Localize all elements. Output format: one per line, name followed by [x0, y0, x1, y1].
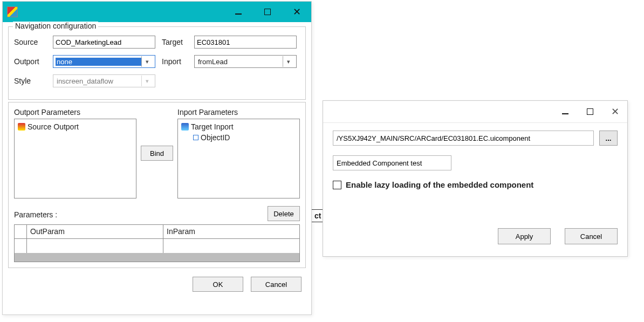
row-header	[15, 225, 27, 239]
style-label: Style	[14, 77, 53, 85]
outport-parameters-title: Outport Parameters	[14, 108, 136, 117]
component-description-input[interactable]	[333, 155, 451, 170]
column-header-inparam[interactable]: InParam	[163, 225, 299, 239]
table-cell[interactable]	[163, 239, 299, 253]
chevron-down-icon: ▾	[283, 56, 294, 67]
close-icon: ✕	[611, 107, 619, 117]
inport-combo[interactable]: fromLead ▾	[194, 55, 297, 68]
close-button[interactable]: ✕	[282, 2, 311, 22]
port-icon	[181, 123, 189, 131]
inport-parameters-title: Inport Parameters	[177, 108, 300, 117]
lazy-loading-checkbox-row[interactable]: Enable lazy loading of the embedded comp…	[333, 180, 618, 189]
maximize-button[interactable]	[253, 2, 282, 22]
close-button[interactable]: ✕	[602, 101, 627, 122]
chevron-down-icon: ▾	[141, 56, 153, 67]
lazy-loading-checkbox[interactable]	[333, 181, 341, 189]
source-input[interactable]	[53, 36, 155, 49]
maximize-button[interactable]	[578, 101, 602, 122]
inport-label: Inport	[162, 57, 194, 66]
navigation-config-dialog: ✕ Navigation configuration Source Target…	[2, 1, 312, 315]
list-item-label: Target Inport	[191, 121, 234, 132]
group-legend: Navigation configuration	[13, 22, 98, 30]
table-footer	[15, 253, 299, 262]
component-path-input[interactable]	[333, 131, 594, 146]
ok-button[interactable]: OK	[193, 277, 243, 292]
maximize-icon	[264, 9, 271, 15]
maximize-icon	[587, 108, 593, 115]
bind-button[interactable]: Bind	[141, 146, 173, 161]
embedded-component-dialog: ✕ ... Enable lazy loading of the embedde…	[323, 100, 628, 257]
chevron-down-icon: ▾	[141, 76, 153, 86]
close-icon: ✕	[293, 7, 301, 17]
style-combo: inscreen_dataflow ▾	[53, 74, 155, 87]
source-label: Source	[14, 38, 53, 46]
outport-parameters-list[interactable]: Source Outport	[14, 119, 136, 198]
target-input[interactable]	[194, 36, 297, 49]
apply-button[interactable]: Apply	[498, 228, 551, 244]
minimize-icon	[562, 113, 568, 114]
outport-value: none	[56, 58, 141, 66]
list-item-label: Source Outport	[28, 121, 79, 132]
style-value: inscreen_dataflow	[56, 77, 141, 85]
delete-button[interactable]: Delete	[268, 206, 300, 221]
row-header	[15, 239, 27, 253]
list-item[interactable]: Source Outport	[17, 121, 134, 132]
inport-parameters-panel: Inport Parameters Target Inport ObjectID	[177, 108, 300, 198]
browse-button[interactable]: ...	[599, 131, 618, 146]
minimize-button[interactable]	[553, 101, 578, 122]
target-label: Target	[162, 38, 194, 46]
inport-value: fromLead	[197, 58, 283, 66]
table-cell[interactable]	[27, 239, 163, 253]
list-item-label: ObjectID	[201, 132, 230, 143]
minimize-button[interactable]	[224, 2, 253, 22]
list-item[interactable]: ObjectID	[180, 132, 297, 143]
list-item[interactable]: Target Inport	[180, 121, 297, 132]
cancel-button[interactable]: Cancel	[565, 228, 618, 244]
inport-parameters-list[interactable]: Target Inport ObjectID	[177, 119, 300, 198]
minimize-icon	[235, 13, 242, 15]
object-icon	[193, 135, 198, 140]
parameters-table[interactable]: OutParam InParam	[14, 224, 300, 262]
app-icon	[7, 6, 18, 17]
lazy-loading-label: Enable lazy loading of the embedded comp…	[346, 180, 533, 189]
column-header-outparam[interactable]: OutParam	[27, 225, 163, 239]
outport-combo[interactable]: none ▾	[53, 55, 155, 68]
dialog-footer: OK Cancel	[3, 270, 311, 298]
cancel-button[interactable]: Cancel	[251, 277, 302, 292]
dialog-footer: Apply Cancel	[333, 228, 618, 244]
port-icon	[18, 123, 25, 131]
outport-parameters-panel: Outport Parameters Source Outport	[14, 108, 136, 198]
navigation-config-group: Navigation configuration Source Target O…	[8, 26, 306, 100]
titlebar[interactable]: ✕	[3, 2, 311, 22]
outport-label: Outport	[14, 57, 53, 66]
titlebar[interactable]: ✕	[323, 101, 627, 123]
parameters-group: Outport Parameters Source Outport Bind I…	[8, 102, 306, 268]
